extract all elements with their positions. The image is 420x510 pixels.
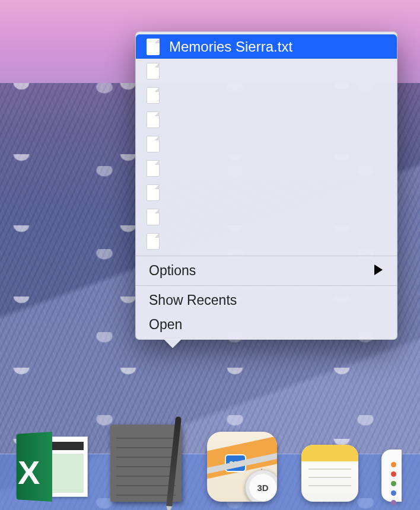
document-icon: [147, 87, 160, 104]
recent-file-label: Memories Sierra.txt: [169, 39, 292, 55]
compass-3d-icon: 3D: [245, 470, 277, 502]
menu-item-show-recents[interactable]: Show Recents: [136, 288, 397, 313]
submenu-arrow-icon: [374, 263, 383, 279]
document-icon: [147, 136, 160, 152]
document-icon: [147, 160, 160, 177]
document-icon: [147, 63, 160, 79]
dock-app-excel[interactable]: X: [12, 426, 88, 502]
dock-app-textedit[interactable]: [108, 426, 184, 502]
maps-sign-icon: [225, 454, 246, 472]
dock-app-notes[interactable]: [300, 442, 359, 502]
recent-file-item[interactable]: [136, 205, 397, 229]
recent-file-item[interactable]: [136, 59, 397, 83]
recent-file-item[interactable]: [136, 180, 397, 205]
menu-item-label: Options: [149, 263, 196, 279]
recent-file-item[interactable]: Memories Sierra.txt: [136, 34, 397, 59]
document-icon: [147, 184, 160, 201]
menu-item-open[interactable]: Open: [136, 313, 397, 337]
recent-file-item[interactable]: [136, 132, 397, 156]
menu-item-options[interactable]: Options: [136, 259, 397, 283]
dock-context-menu: Memories Sierra.txt Options Show Recents…: [135, 31, 397, 340]
dock: X 3D: [12, 426, 408, 502]
document-icon: [147, 111, 160, 128]
dock-app-maps[interactable]: 3D: [204, 426, 280, 502]
recent-file-item[interactable]: [136, 229, 397, 253]
dock-app-reminders[interactable]: [380, 448, 403, 502]
menu-item-label: Show Recents: [149, 292, 237, 308]
excel-letter: X: [18, 453, 40, 492]
recent-file-item[interactable]: [136, 107, 397, 132]
menu-item-label: Open: [149, 317, 182, 333]
recent-file-item[interactable]: [136, 156, 397, 180]
recent-files-section: Memories Sierra.txt: [136, 32, 397, 256]
document-icon: [147, 39, 160, 55]
recent-file-item[interactable]: [136, 83, 397, 107]
document-icon: [147, 209, 160, 225]
document-icon: [147, 233, 160, 250]
